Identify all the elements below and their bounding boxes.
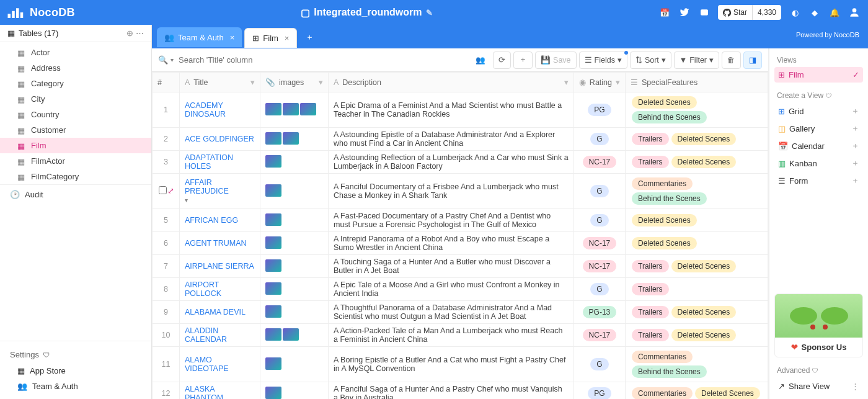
fields-button[interactable]: ☰ Fields ▾	[579, 52, 627, 69]
share-button[interactable]: 👥	[471, 52, 490, 69]
title-link[interactable]: AFFAIR PREJUDICE	[185, 178, 229, 195]
row-number[interactable]: 5	[153, 209, 180, 232]
add-table-button[interactable]: ⊕	[126, 29, 133, 38]
image-thumb[interactable]	[283, 132, 299, 145]
title-link[interactable]: ALAMO VIDEOTAPE	[185, 356, 229, 373]
filter-button[interactable]: ▼ Filter ▾	[674, 52, 719, 69]
plus-icon[interactable]: ＋	[851, 158, 859, 169]
create-view-gallery[interactable]: ◫Gallery＋	[774, 120, 863, 137]
account-icon[interactable]	[848, 6, 861, 19]
col-description[interactable]: ADescription▾	[329, 73, 574, 92]
sidebar-item-filmactor[interactable]: ▦FilmActor	[0, 153, 151, 169]
title-link[interactable]: AFRICAN EGG	[185, 216, 238, 225]
image-thumb[interactable]	[265, 236, 281, 249]
table-row[interactable]: 1ACADEMY DINOSAURA Epic Drama of a Femin…	[153, 92, 768, 128]
table-row[interactable]: 8AIRPORT POLLOCKA Epic Tale of a Moose A…	[153, 278, 768, 301]
chevron-down-icon[interactable]: ▾	[170, 56, 174, 63]
col-images[interactable]: 📎images▾	[260, 73, 329, 92]
description-cell[interactable]: A Thoughtful Panorama of a Database Admi…	[329, 301, 574, 324]
github-star-badge[interactable]: Star 4,330	[718, 5, 781, 20]
description-cell[interactable]: A Action-Packed Tale of a Man And a Lumb…	[329, 324, 574, 347]
description-cell[interactable]: A Boring Epistle of a Butler And a Cat w…	[329, 347, 574, 382]
description-cell[interactable]: A Fanciful Saga of a Hunter And a Pastry…	[329, 382, 574, 400]
description-cell[interactable]: A Fanciful Documentary of a Frisbee And …	[329, 174, 574, 209]
sidebar-item-category[interactable]: ▦Category	[0, 76, 151, 91]
title-link[interactable]: ADAPTATION HOLES	[185, 153, 233, 171]
image-thumb[interactable]	[283, 103, 299, 115]
edit-icon[interactable]: ✎	[426, 8, 433, 17]
twitter-icon[interactable]	[678, 6, 691, 19]
add-row-button[interactable]: ＋	[513, 52, 533, 69]
col-rating[interactable]: ◉Rating▾	[574, 73, 625, 92]
image-thumb[interactable]	[265, 184, 281, 197]
sort-button[interactable]: ⇅ Sort ▾	[630, 52, 671, 69]
app-store-link[interactable]: ▦ App Store	[0, 363, 151, 379]
calendar-icon[interactable]: 📅	[658, 6, 671, 19]
tables-header[interactable]: ▦ Tables (17) ⊕ ⋯	[0, 25, 151, 42]
image-thumb[interactable]	[300, 103, 316, 115]
reload-button[interactable]: ⟳	[493, 52, 511, 69]
logo[interactable]: NocoDB	[7, 6, 75, 19]
sponsor-button[interactable]: ❤ Sponsor Us	[775, 338, 862, 357]
language-icon[interactable]: ◆	[808, 6, 821, 19]
sidebar-item-film[interactable]: ▦Film	[0, 138, 151, 153]
col-features[interactable]: ☰SpecialFeatures	[626, 73, 768, 92]
breadcrumb[interactable]: ▢ Integrated_roundworm ✎	[75, 7, 658, 19]
table-row[interactable]: 2ACE GOLDFINGERA Astounding Epistle of a…	[153, 128, 768, 151]
discord-icon[interactable]	[698, 6, 711, 19]
table-row[interactable]: 7AIRPLANE SIERRAA Touching Saga of a Hun…	[153, 255, 768, 278]
expand-icon[interactable]: ⤢	[167, 186, 174, 195]
row-number[interactable]: 8	[153, 278, 180, 301]
sidebar-item-country[interactable]: ▦Country	[0, 107, 151, 122]
image-thumb[interactable]	[265, 259, 281, 272]
row-number[interactable]: ⤢	[153, 174, 180, 209]
title-link[interactable]: ACE GOLDFINGER	[185, 135, 254, 143]
create-view-kanban[interactable]: ▥Kanban＋	[774, 155, 863, 172]
view-film[interactable]: ⊞ Film ✓	[774, 67, 863, 83]
image-thumb[interactable]	[265, 328, 281, 341]
bell-icon[interactable]: 🔔	[828, 6, 841, 19]
toggle-panel-button[interactable]: ◨	[743, 52, 762, 69]
table-row[interactable]: 11ALAMO VIDEOTAPEA Boring Epistle of a B…	[153, 347, 768, 382]
row-number[interactable]: 12	[153, 382, 180, 400]
plus-icon[interactable]: ＋	[851, 123, 859, 134]
title-link[interactable]: AIRPORT POLLOCK	[185, 280, 221, 298]
image-thumb[interactable]	[265, 132, 281, 145]
table-row[interactable]: 9ALABAMA DEVILA Thoughtful Panorama of a…	[153, 301, 768, 324]
table-row[interactable]: ⤢AFFAIR PREJUDICE▾A Fanciful Documentary…	[153, 174, 768, 209]
team-auth-link[interactable]: 👥 Team & Auth	[0, 379, 151, 394]
col-num[interactable]: #	[153, 73, 180, 92]
audit-link[interactable]: 🕑 Audit	[0, 184, 151, 204]
create-view-calendar[interactable]: 📅Calendar＋	[774, 137, 863, 155]
col-title[interactable]: ATitle▾	[180, 73, 260, 92]
image-thumb[interactable]	[265, 155, 281, 168]
close-icon[interactable]: ×	[230, 33, 235, 42]
table-row[interactable]: 5AFRICAN EGGA Fast-Paced Documentary of …	[153, 209, 768, 232]
description-cell[interactable]: A Intrepid Panorama of a Robot And a Boy…	[329, 232, 574, 255]
title-link[interactable]: AIRPLANE SIERRA	[185, 262, 254, 271]
chevron-down-icon[interactable]: ▾	[185, 197, 188, 204]
plus-icon[interactable]: ＋	[851, 105, 859, 117]
image-thumb[interactable]	[265, 357, 281, 370]
title-link[interactable]: ACADEMY DINOSAUR	[185, 101, 226, 119]
row-number[interactable]: 10	[153, 324, 180, 347]
description-cell[interactable]: A Astounding Reflection of a Lumberjack …	[329, 151, 574, 174]
share-view[interactable]: ↗ Share View ⋮	[774, 379, 863, 394]
title-link[interactable]: ALASKA PHANTOM	[185, 385, 223, 399]
sidebar-item-filmcategory[interactable]: ▦FilmCategory	[0, 169, 151, 184]
description-cell[interactable]: A Fast-Paced Documentary of a Pastry Che…	[329, 209, 574, 232]
search-input[interactable]	[179, 55, 290, 65]
title-link[interactable]: ALABAMA DEVIL	[185, 308, 246, 316]
create-view-form[interactable]: ☰Form＋	[774, 172, 863, 189]
create-view-grid[interactable]: ⊞Grid＋	[774, 102, 863, 120]
table-row[interactable]: 6AGENT TRUMANA Intrepid Panorama of a Ro…	[153, 232, 768, 255]
sidebar-item-actor[interactable]: ▦Actor	[0, 45, 151, 60]
row-number[interactable]: 6	[153, 232, 180, 255]
image-thumb[interactable]	[265, 282, 281, 295]
row-checkbox[interactable]	[159, 186, 167, 194]
image-thumb[interactable]	[265, 213, 281, 226]
image-thumb[interactable]	[265, 387, 281, 399]
sidebar-item-city[interactable]: ▦City	[0, 91, 151, 107]
row-number[interactable]: 7	[153, 255, 180, 278]
row-number[interactable]: 2	[153, 128, 180, 151]
